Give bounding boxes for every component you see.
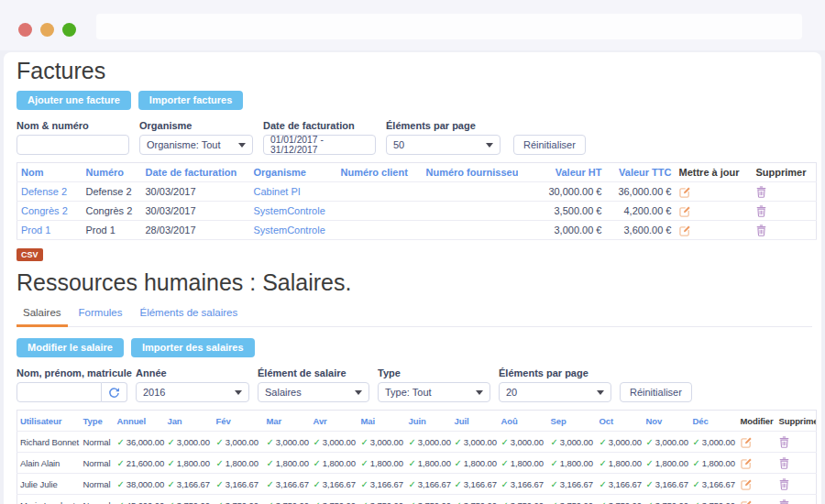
facture-nom[interactable]: Congrès 2: [17, 202, 82, 221]
factures-column-header[interactable]: Nom: [17, 163, 82, 182]
check-icon: ✓: [314, 437, 321, 447]
window-close-button[interactable]: [18, 23, 32, 37]
factures-column-header[interactable]: Date de facturation: [142, 163, 250, 182]
salaries-column-header[interactable]: Nov: [644, 411, 690, 432]
salary-month-value: ✓3,000.00: [452, 432, 499, 453]
tab-elements-salaires[interactable]: Éléments de salaires: [134, 302, 245, 326]
salaries-column-header[interactable]: Sep: [548, 411, 597, 432]
date-range-input[interactable]: 01/01/2017 - 31/12/2017: [263, 135, 376, 155]
salaries-column-header[interactable]: Aoû: [499, 411, 548, 432]
window-minimize-button[interactable]: [40, 23, 54, 37]
import-factures-button[interactable]: Importer factures: [138, 91, 243, 110]
check-icon: ✓: [693, 500, 700, 504]
salary-month-value: ✓1,800.00: [597, 453, 644, 474]
trash-icon: [779, 436, 789, 448]
delete-row-button[interactable]: [779, 436, 789, 448]
salaries-column-header[interactable]: Mai: [358, 411, 406, 432]
chevron-down-icon: [355, 390, 362, 395]
salary-per-page-label: Éléments par page: [499, 367, 611, 378]
edit-row-button[interactable]: [741, 478, 753, 490]
salaries-column-header[interactable]: Utilisateur: [17, 411, 81, 432]
factures-column-header[interactable]: Numéro fournisseur: [423, 163, 518, 182]
salary-month-value: ✓3,000.00: [358, 432, 406, 453]
salaries-column-header[interactable]: Oct: [597, 411, 644, 432]
salary-month-value: ✓3,750.00: [499, 495, 548, 504]
type-select[interactable]: Type: Tout: [378, 382, 490, 402]
check-icon: ✓: [267, 500, 274, 504]
salaries-column-header[interactable]: Mar: [264, 411, 311, 432]
facture-organisme[interactable]: SystemControle: [250, 221, 337, 240]
salary-annual: ✓45,000.00: [115, 495, 165, 504]
address-bar[interactable]: [96, 14, 802, 39]
factures-reset-button[interactable]: Réinitialiser: [513, 135, 586, 155]
salary-month-value: ✓1,800.00: [358, 453, 406, 474]
delete-row-button[interactable]: [756, 205, 766, 217]
check-icon: ✓: [168, 479, 175, 489]
delete-row-button[interactable]: [779, 457, 789, 469]
edit-row-button[interactable]: [741, 436, 753, 448]
modify-salary-button[interactable]: Modifier le salaire: [16, 338, 124, 357]
salary-month-value: ✓3,750.00: [165, 495, 214, 504]
trash-icon: [779, 478, 789, 490]
facture-nom[interactable]: Defense 2: [17, 182, 82, 202]
tab-formules[interactable]: Formules: [72, 302, 129, 326]
edit-row-button[interactable]: [679, 186, 691, 198]
salaries-column-header[interactable]: Fév: [214, 411, 264, 432]
check-icon: ✓: [551, 458, 558, 468]
factures-column-header[interactable]: Valeur HT: [518, 163, 606, 182]
chevron-down-icon: [238, 143, 246, 148]
factures-column-header[interactable]: Numéro client: [337, 163, 423, 182]
window-zoom-button[interactable]: [62, 23, 76, 37]
salary-annual: ✓21,600.00: [115, 453, 165, 474]
per-page-select[interactable]: 50: [386, 135, 500, 155]
edit-row-button[interactable]: [741, 457, 753, 469]
employee-search-input[interactable]: [16, 382, 102, 402]
refresh-button[interactable]: [102, 382, 127, 402]
facture-organisme[interactable]: SystemControle: [250, 202, 337, 221]
salary-month-value: ✓3,750.00: [597, 495, 644, 504]
salary-reset-button[interactable]: Réinitialiser: [620, 382, 692, 402]
salary-row: Richard BonnetNormal✓36,000.00✓3,000.00✓…: [17, 432, 817, 453]
rh-tabs: Salaires Formules Éléments de salaires: [16, 302, 812, 327]
edit-row-button[interactable]: [679, 225, 691, 236]
check-icon: ✓: [361, 479, 368, 489]
organisme-select[interactable]: Organisme: Tout: [139, 135, 253, 155]
salary-row: Alain AlainNormal✓21,600.00✓1,800.00✓1,8…: [17, 453, 817, 474]
salaries-column-header[interactable]: Déc: [690, 411, 738, 432]
salary-month-value: ✓3,750.00: [264, 495, 311, 504]
delete-row-button[interactable]: [756, 186, 766, 198]
year-label: Année: [136, 367, 249, 378]
csv-export-badge[interactable]: CSV: [16, 248, 43, 261]
factures-column-header[interactable]: Valeur TTC: [606, 163, 676, 182]
salaries-column-header[interactable]: Juil: [452, 411, 499, 432]
import-salaries-button[interactable]: Importer des salaires: [131, 338, 255, 357]
employee-search-label: Nom, prénom, matricule: [16, 367, 127, 378]
trash-icon: [756, 205, 766, 217]
facture-nom[interactable]: Prod 1: [17, 221, 82, 240]
salary-month-value: ✓1,800.00: [548, 453, 597, 474]
salary-month-value: ✓3,000.00: [214, 432, 264, 453]
check-icon: ✓: [168, 437, 175, 447]
delete-row-button[interactable]: [779, 478, 789, 490]
salary-month-value: ✓3,166.67: [311, 474, 358, 495]
salaries-column-header[interactable]: Jan: [165, 411, 214, 432]
add-facture-button[interactable]: Ajouter une facture: [16, 91, 131, 110]
facture-organisme[interactable]: Cabinet PI: [250, 182, 337, 202]
facture-name-input[interactable]: [16, 135, 129, 155]
factures-column-header[interactable]: Numéro: [82, 163, 142, 182]
factures-column-header[interactable]: Organisme: [250, 163, 337, 182]
edit-row-button[interactable]: [741, 499, 753, 504]
salaries-column-header[interactable]: Type: [81, 411, 115, 432]
check-icon: ✓: [267, 437, 274, 447]
salaries-column-header[interactable]: Avr: [311, 411, 358, 432]
salary-element-select[interactable]: Salaires: [258, 382, 369, 402]
delete-row-button[interactable]: [779, 499, 789, 504]
tab-salaires[interactable]: Salaires: [16, 302, 68, 326]
salary-per-page-select[interactable]: 20: [499, 382, 611, 402]
salary-month-value: ✓3,166.67: [165, 474, 214, 495]
year-select[interactable]: 2016: [136, 382, 249, 402]
salaries-column-header[interactable]: Annuel: [115, 411, 165, 432]
edit-row-button[interactable]: [679, 205, 691, 217]
delete-row-button[interactable]: [756, 225, 766, 236]
salaries-column-header[interactable]: Juin: [406, 411, 452, 432]
